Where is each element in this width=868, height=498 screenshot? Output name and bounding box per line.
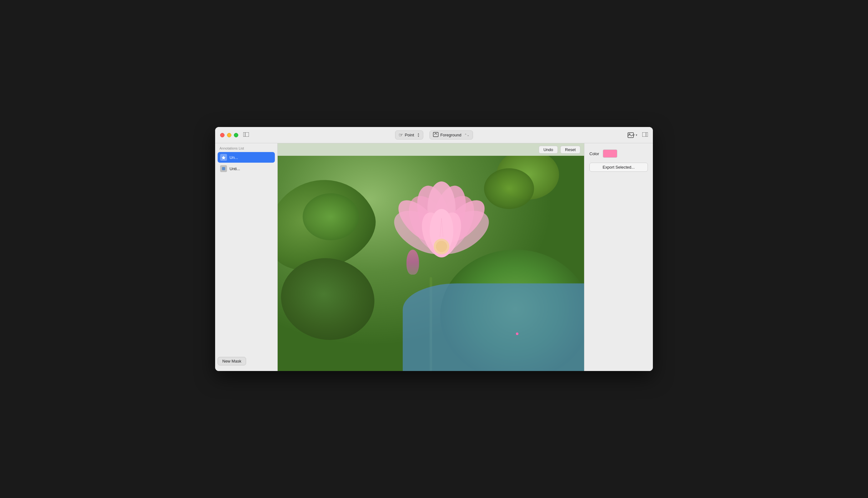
maximize-button[interactable] bbox=[234, 133, 238, 137]
image-picker-caret: ▾ bbox=[636, 133, 637, 137]
flower-bud bbox=[406, 250, 419, 275]
tool-stepper[interactable]: ▲ ▼ bbox=[417, 133, 419, 137]
annotation-dot bbox=[516, 332, 518, 335]
titlebar: ☞ Point ▲ ▼ Foreground ⌃⌄ bbox=[215, 127, 653, 143]
annotation-item-1[interactable]: Un... bbox=[218, 152, 275, 163]
annotation-icon-2 bbox=[220, 165, 227, 172]
main-content: Annotations List Un... Unti... N bbox=[215, 143, 653, 371]
left-sidebar: Annotations List Un... Unti... N bbox=[215, 143, 278, 371]
image-picker-button[interactable]: ▾ bbox=[628, 132, 637, 138]
sidebar-right-toggle[interactable] bbox=[642, 132, 648, 138]
image-container[interactable] bbox=[278, 156, 584, 371]
undo-button[interactable]: Undo bbox=[539, 146, 558, 154]
stepper-down: ▼ bbox=[417, 135, 419, 137]
mode-label: Foreground bbox=[440, 133, 461, 137]
tool-selector[interactable]: ☞ Point ▲ ▼ bbox=[395, 130, 423, 140]
annotation-name-1: Un... bbox=[229, 155, 238, 160]
main-window: ☞ Point ▲ ▼ Foreground ⌃⌄ bbox=[215, 127, 653, 371]
color-label: Color bbox=[589, 152, 599, 156]
reset-button[interactable]: Reset bbox=[560, 146, 580, 154]
lotus-scene bbox=[278, 156, 584, 371]
color-row: Color bbox=[589, 149, 648, 158]
mode-icon bbox=[433, 132, 438, 138]
mode-selector[interactable]: Foreground ⌃⌄ bbox=[429, 130, 473, 140]
annotation-item-2[interactable]: Unti... bbox=[218, 163, 275, 174]
minimize-button[interactable] bbox=[227, 133, 231, 137]
annotation-name-2: Unti... bbox=[229, 167, 240, 171]
svg-rect-5 bbox=[642, 132, 648, 137]
traffic-lights bbox=[220, 133, 238, 137]
svg-point-21 bbox=[436, 241, 447, 252]
canvas-area: Undo Reset bbox=[278, 143, 584, 371]
point-icon: ☞ bbox=[399, 132, 403, 138]
titlebar-right: ▾ bbox=[628, 132, 648, 138]
new-mask-button[interactable]: New Mask bbox=[218, 357, 246, 365]
sidebar-bottom: New Mask bbox=[218, 354, 275, 368]
close-button[interactable] bbox=[220, 133, 225, 137]
color-swatch[interactable] bbox=[603, 149, 617, 158]
titlebar-center: ☞ Point ▲ ▼ Foreground ⌃⌄ bbox=[395, 130, 473, 140]
tool-label: Point bbox=[405, 133, 414, 137]
annotation-icon-1 bbox=[220, 154, 227, 161]
mode-expand-icon: ⌃⌄ bbox=[464, 133, 469, 137]
export-selected-button[interactable]: Export Selected... bbox=[589, 163, 648, 172]
leaf-extra-3 bbox=[303, 193, 359, 240]
sidebar-left-toggle[interactable] bbox=[243, 132, 249, 138]
canvas-toolbar: Undo Reset bbox=[278, 143, 584, 156]
svg-rect-0 bbox=[243, 132, 249, 137]
flower-container bbox=[388, 181, 495, 287]
blue-segment-overlay bbox=[403, 284, 584, 371]
right-sidebar: Color Export Selected... bbox=[584, 143, 653, 371]
svg-rect-7 bbox=[222, 167, 225, 170]
annotations-list-label: Annotations List bbox=[218, 146, 275, 150]
